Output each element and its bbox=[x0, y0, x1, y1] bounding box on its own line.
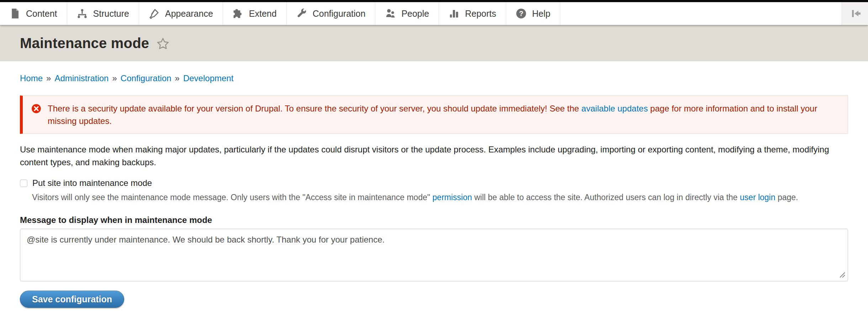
toolbar-item-label: Appearance bbox=[165, 9, 213, 19]
breadcrumb-link-administration[interactable]: Administration bbox=[54, 73, 108, 83]
configuration-icon bbox=[296, 8, 307, 19]
error-icon bbox=[31, 104, 41, 114]
message-textarea-wrap: @site is currently under maintenance. We… bbox=[20, 229, 848, 281]
main-content: Home»Administration»Configuration»Develo… bbox=[0, 73, 868, 308]
toolbar-item-configuration[interactable]: Configuration bbox=[287, 2, 376, 25]
user-login-link[interactable]: user login bbox=[740, 193, 776, 202]
breadcrumb-link-configuration[interactable]: Configuration bbox=[121, 73, 171, 83]
save-configuration-button[interactable]: Save configuration bbox=[20, 291, 124, 308]
toolbar-item-structure[interactable]: Structure bbox=[67, 2, 139, 25]
toolbar-item-label: Structure bbox=[93, 9, 129, 19]
breadcrumb-separator: » bbox=[175, 73, 180, 83]
extend-icon bbox=[233, 8, 243, 19]
error-text-part1: There is a security update available for… bbox=[48, 104, 581, 113]
permission-link[interactable]: permission bbox=[433, 193, 472, 202]
content-icon bbox=[10, 8, 20, 19]
toolbar-item-reports[interactable]: Reports bbox=[439, 2, 506, 25]
help-text-part2: will be able to access the site. Authori… bbox=[472, 193, 740, 202]
toolbar-item-content[interactable]: Content bbox=[0, 2, 67, 25]
appearance-icon bbox=[149, 8, 159, 19]
breadcrumb-separator: » bbox=[46, 73, 51, 83]
toolbar-item-people[interactable]: People bbox=[375, 2, 439, 25]
breadcrumb-link-development[interactable]: Development bbox=[183, 73, 233, 83]
collapse-left-icon bbox=[849, 9, 862, 18]
people-icon bbox=[385, 8, 396, 19]
maintenance-mode-checkbox-label[interactable]: Put site into maintenance mode bbox=[32, 178, 152, 188]
maintenance-mode-help-text: Visitors will only see the maintenance m… bbox=[32, 192, 848, 203]
toolbar-spacer bbox=[560, 2, 842, 25]
toolbar-item-label: People bbox=[401, 9, 429, 19]
breadcrumb-separator: » bbox=[112, 73, 117, 83]
toolbar-item-label: Configuration bbox=[313, 9, 366, 19]
available-updates-link[interactable]: available updates bbox=[581, 104, 648, 113]
toolbar-item-label: Reports bbox=[465, 9, 496, 19]
admin-toolbar: Content Structure Appearance Extend bbox=[0, 2, 868, 25]
security-update-error-message: There is a security update available for… bbox=[20, 95, 848, 134]
svg-text:?: ? bbox=[519, 10, 523, 17]
toolbar-item-help[interactable]: ? Help bbox=[506, 2, 560, 25]
toolbar-item-extend[interactable]: Extend bbox=[223, 2, 287, 25]
maintenance-mode-description: Use maintenance mode when making major u… bbox=[20, 143, 848, 169]
toolbar-item-appearance[interactable]: Appearance bbox=[139, 2, 223, 25]
reports-icon bbox=[449, 8, 459, 19]
maintenance-message-textarea[interactable]: @site is currently under maintenance. We… bbox=[20, 229, 848, 281]
error-text: There is a security update available for… bbox=[48, 102, 837, 127]
help-text-part1: Visitors will only see the maintenance m… bbox=[32, 193, 433, 202]
toolbar-item-label: Content bbox=[26, 9, 57, 19]
message-field-label: Message to display when in maintenance m… bbox=[20, 215, 848, 225]
help-text-part3: page. bbox=[776, 193, 798, 202]
textarea-resize-handle-icon[interactable] bbox=[838, 271, 846, 278]
maintenance-mode-checkbox[interactable] bbox=[20, 180, 27, 187]
breadcrumb-link-home[interactable]: Home bbox=[20, 73, 43, 83]
favorite-star-icon[interactable] bbox=[156, 37, 170, 51]
maintenance-mode-checkbox-row: Put site into maintenance mode bbox=[20, 178, 848, 188]
toolbar-item-label: Help bbox=[532, 9, 550, 19]
breadcrumb: Home»Administration»Configuration»Develo… bbox=[20, 73, 848, 83]
page-header: Maintenance mode bbox=[0, 25, 868, 61]
help-icon: ? bbox=[516, 8, 526, 19]
page-title: Maintenance mode bbox=[20, 35, 149, 51]
toolbar-item-label: Extend bbox=[249, 9, 277, 19]
toolbar-orientation-toggle[interactable] bbox=[842, 2, 868, 25]
structure-icon bbox=[77, 8, 88, 19]
